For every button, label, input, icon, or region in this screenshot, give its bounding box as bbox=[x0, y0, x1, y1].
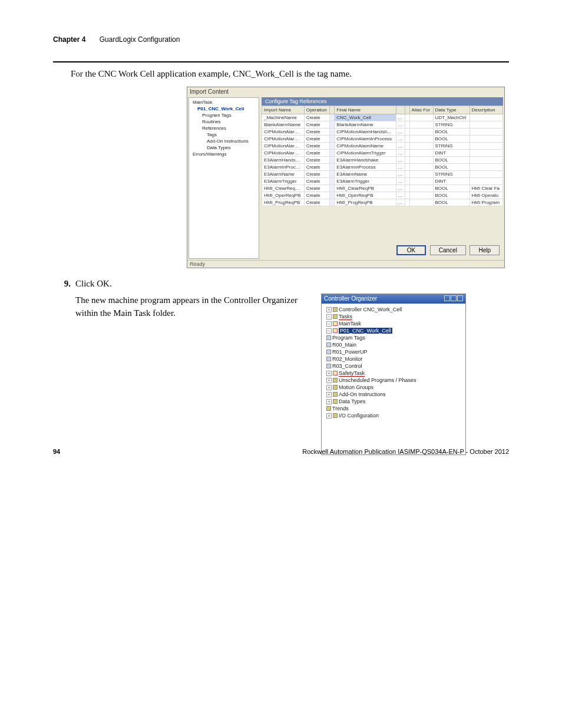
controller-organizer-pane: Controller Organizer +Controller CNC_Wor… bbox=[321, 294, 466, 455]
col-spacer bbox=[330, 106, 335, 114]
publication-line: Rockwell Automation Publication IASIMP-Q… bbox=[302, 448, 509, 455]
table-row[interactable]: CIPMotionAlar…CreateCIPMotionAlarmName…S… bbox=[262, 142, 503, 149]
tree-datatypes[interactable]: +Data Types bbox=[324, 398, 463, 405]
tree-r00[interactable]: R00_Main bbox=[324, 341, 463, 348]
grid-header-row: Import Name Operation Final Name Alias F… bbox=[262, 106, 503, 114]
page-header: Chapter 4 GuardLogix Configuration bbox=[53, 35, 509, 44]
tree-maintask[interactable]: MainTask bbox=[190, 99, 257, 106]
chapter-label: Chapter 4 bbox=[53, 35, 85, 44]
page-footer: 94 Rockwell Automation Publication IASIM… bbox=[53, 448, 509, 455]
col-spacer2 bbox=[396, 106, 405, 114]
tree-maintask[interactable]: −MainTask bbox=[324, 320, 463, 327]
tree-unscheduled[interactable]: +Unscheduled Programs / Phases bbox=[324, 377, 463, 384]
table-row[interactable]: HMI_ClearReq…CreateHMI_ClearReqPB…BOOLHM… bbox=[262, 185, 503, 192]
table-row[interactable]: E3AlarmInProc…CreateE3AlarmInProcess…BOO… bbox=[262, 163, 503, 170]
tree-item[interactable]: Data Types bbox=[190, 144, 257, 151]
tree-item[interactable]: Routines bbox=[190, 118, 257, 125]
col-spacer3 bbox=[405, 106, 409, 114]
tree-item[interactable]: References bbox=[190, 125, 257, 131]
table-row[interactable]: HMI_ProgReqPBCreateHMI_ProgReqPB…BOOLHMI… bbox=[262, 199, 503, 206]
tab-header: Configure Tag References bbox=[262, 97, 503, 106]
tree-item[interactable]: Add-On Instructions bbox=[190, 138, 257, 144]
col-final-name[interactable]: Final Name bbox=[335, 106, 396, 114]
dialog-title: Import Content bbox=[187, 87, 504, 96]
col-data-type[interactable]: Data Type bbox=[433, 106, 470, 114]
cancel-button[interactable]: Cancel bbox=[430, 245, 466, 255]
tree-p01[interactable]: −P01_CNC_Work_Cell bbox=[324, 327, 463, 334]
import-content-dialog: Import Content MainTask P01_CNC_Work_Cel… bbox=[187, 87, 505, 268]
tree-r02[interactable]: R02_Monitor bbox=[324, 355, 463, 363]
col-operation[interactable]: Operation bbox=[304, 106, 330, 114]
organizer-titlebar: Controller Organizer bbox=[322, 294, 465, 304]
tree-r03[interactable]: R03_Control bbox=[324, 363, 463, 370]
col-description[interactable]: Description bbox=[470, 106, 503, 114]
col-alias-for[interactable]: Alias For bbox=[409, 106, 433, 114]
header-rule bbox=[53, 61, 509, 62]
result-text: The new machine program appears in the C… bbox=[75, 294, 312, 320]
step-9: 9. Click OK. bbox=[53, 279, 509, 289]
tree-r01[interactable]: R01_PowerUP bbox=[324, 348, 463, 355]
chapter-title: GuardLogix Configuration bbox=[100, 35, 180, 44]
tree-program[interactable]: P01_CNC_Work_Cell bbox=[190, 106, 257, 112]
table-row[interactable]: CIPMotionAlar…CreateCIPMotionAlarmHandsh… bbox=[262, 128, 503, 135]
step-number: 9. bbox=[53, 279, 71, 289]
tree-safetytask[interactable]: +SafetyTask bbox=[324, 370, 463, 377]
status-bar: Ready bbox=[187, 260, 504, 268]
table-row[interactable]: CIPMotionAlar…CreateCIPMotionAlarmInProc… bbox=[262, 135, 503, 142]
tree-motion-groups[interactable]: +Motion Groups bbox=[324, 384, 463, 391]
intro-text: For the CNC Work Cell application exampl… bbox=[71, 67, 509, 81]
table-row[interactable]: BlankAlarmNameCreateBlankAlarmName…STRIN… bbox=[262, 121, 503, 128]
table-row[interactable]: HMI_OperReqPBCreateHMI_OperReqPB…BOOLHMI… bbox=[262, 192, 503, 199]
tree-controller[interactable]: +Controller CNC_Work_Cell bbox=[324, 306, 463, 313]
table-row[interactable]: E3AlarmHands…CreateE3AlarmHandshake…BOOL bbox=[262, 156, 503, 163]
tree-program-tags[interactable]: Program Tags bbox=[324, 334, 463, 341]
step-text: Click OK. bbox=[75, 279, 509, 289]
pin-icon[interactable] bbox=[444, 295, 450, 301]
tree-aoi[interactable]: +Add-On Instructions bbox=[324, 391, 463, 398]
table-row[interactable]: _MachineNameCreateCNC_Work_Cell…UDT_Mach… bbox=[262, 114, 503, 121]
ok-button[interactable]: OK bbox=[396, 245, 426, 255]
autohide-icon[interactable] bbox=[451, 295, 457, 301]
table-row[interactable]: E3AlarmNameCreateE3AlarmName…STRING bbox=[262, 170, 503, 177]
tree-item[interactable]: Tags bbox=[190, 131, 257, 138]
import-tree[interactable]: MainTask P01_CNC_Work_Cell Program Tags … bbox=[189, 97, 259, 259]
table-row[interactable]: E3AlarmTriggerCreateE3AlarmTrigger…DINT bbox=[262, 177, 503, 185]
close-icon[interactable] bbox=[457, 295, 463, 301]
help-button[interactable]: Help bbox=[470, 245, 500, 255]
tree-tasks[interactable]: −Tasks bbox=[324, 313, 463, 320]
page-number: 94 bbox=[53, 448, 60, 455]
col-import-name[interactable]: Import Name bbox=[262, 106, 305, 114]
organizer-tree[interactable]: +Controller CNC_Work_Cell −Tasks −MainTa… bbox=[322, 304, 465, 454]
window-icons bbox=[444, 295, 463, 302]
tree-errors[interactable]: Errors/Warnings bbox=[190, 151, 257, 157]
tree-trends[interactable]: Trends bbox=[324, 405, 463, 412]
tree-io[interactable]: +I/O Configuration bbox=[324, 412, 463, 419]
tree-item[interactable]: Program Tags bbox=[190, 112, 257, 118]
table-row[interactable]: CIPMotionAlar…CreateCIPMotionAlarmTrigge… bbox=[262, 149, 503, 156]
tag-grid[interactable]: Import Name Operation Final Name Alias F… bbox=[262, 106, 503, 206]
dialog-button-row: OK Cancel Help bbox=[262, 242, 503, 259]
organizer-title: Controller Organizer bbox=[324, 295, 377, 302]
